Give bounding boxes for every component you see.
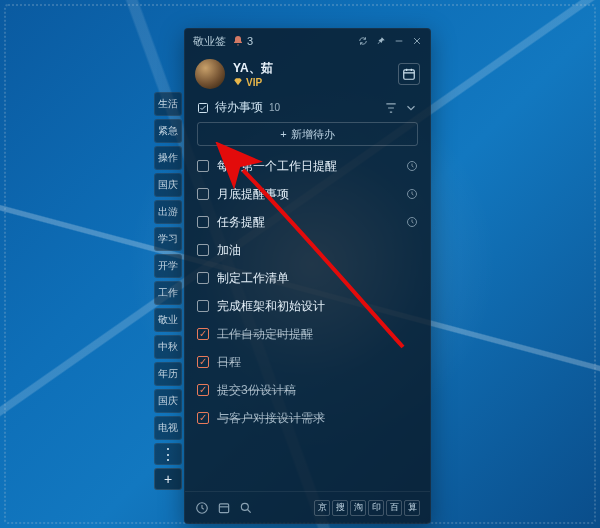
- user-name: YA、茹: [233, 61, 273, 75]
- quick-link[interactable]: 印: [368, 500, 384, 516]
- sidebar-add[interactable]: +: [154, 468, 182, 490]
- minimize-icon[interactable]: [394, 36, 404, 46]
- clock-icon: [406, 188, 418, 200]
- sidebar-tag[interactable]: 生活: [154, 92, 182, 116]
- svg-rect-0: [396, 41, 403, 42]
- title-bar: 敬业签 3: [185, 29, 430, 53]
- calendar-button[interactable]: [398, 63, 420, 85]
- app-window: 敬业签 3 YA、茹 VIP 待办事项 10: [184, 28, 431, 524]
- task-checkbox[interactable]: [197, 160, 209, 172]
- svg-rect-1: [404, 70, 415, 79]
- task-row[interactable]: 每月第一个工作日提醒: [193, 152, 422, 180]
- quick-links: 京搜淘印百算: [314, 500, 420, 516]
- checklist-icon: [197, 102, 209, 114]
- task-checkbox[interactable]: [197, 300, 209, 312]
- filter-icon[interactable]: [384, 101, 398, 115]
- quick-link[interactable]: 搜: [332, 500, 348, 516]
- notification-indicator[interactable]: 3: [232, 35, 253, 47]
- task-row[interactable]: 提交3份设计稿: [193, 376, 422, 404]
- sidebar-tag[interactable]: 国庆: [154, 389, 182, 413]
- sidebar-tag[interactable]: 工作: [154, 281, 182, 305]
- close-icon[interactable]: [412, 36, 422, 46]
- app-title: 敬业签: [193, 34, 226, 49]
- footer-bar: 京搜淘印百算: [185, 491, 430, 523]
- plus-icon: +: [280, 128, 286, 140]
- sidebar-tag[interactable]: 电视: [154, 416, 182, 440]
- task-checkbox[interactable]: [197, 356, 209, 368]
- sync-icon[interactable]: [358, 36, 368, 46]
- calendar-icon: [402, 67, 416, 81]
- sidebar-tag[interactable]: 操作: [154, 146, 182, 170]
- section-count: 10: [269, 102, 280, 113]
- task-label: 制定工作清单: [217, 270, 418, 287]
- history-icon[interactable]: [195, 501, 209, 515]
- task-label: 与客户对接设计需求: [217, 410, 418, 427]
- quick-link[interactable]: 算: [404, 500, 420, 516]
- avatar[interactable]: [195, 59, 225, 89]
- task-row[interactable]: 完成框架和初始设计: [193, 292, 422, 320]
- pin-icon[interactable]: [376, 36, 386, 46]
- task-label: 完成框架和初始设计: [217, 298, 418, 315]
- sidebar-tag[interactable]: 中秋: [154, 335, 182, 359]
- task-checkbox[interactable]: [197, 412, 209, 424]
- task-row[interactable]: 与客户对接设计需求: [193, 404, 422, 432]
- task-checkbox[interactable]: [197, 188, 209, 200]
- sidebar-tag[interactable]: 年历: [154, 362, 182, 386]
- expand-icon[interactable]: [404, 101, 418, 115]
- task-checkbox[interactable]: [197, 328, 209, 340]
- bell-icon: [232, 35, 244, 47]
- clock-icon: [406, 216, 418, 228]
- task-checkbox[interactable]: [197, 216, 209, 228]
- quick-link[interactable]: 京: [314, 500, 330, 516]
- sidebar-tag[interactable]: 国庆: [154, 173, 182, 197]
- sidebar-tag[interactable]: 学习: [154, 227, 182, 251]
- category-sidebar: 生活紧急操作国庆出游学习开学工作敬业中秋年历国庆电视⋮+: [154, 92, 182, 490]
- svg-rect-7: [219, 503, 228, 512]
- add-todo-button[interactable]: + 新增待办: [197, 122, 418, 146]
- task-label: 每月第一个工作日提醒: [217, 158, 398, 175]
- sidebar-more[interactable]: ⋮: [154, 443, 182, 465]
- sidebar-tag[interactable]: 敬业: [154, 308, 182, 332]
- task-row[interactable]: 月底提醒事项: [193, 180, 422, 208]
- task-label: 提交3份设计稿: [217, 382, 418, 399]
- calendar-small-icon[interactable]: [217, 501, 231, 515]
- task-label: 加油: [217, 242, 418, 259]
- sidebar-tag[interactable]: 紧急: [154, 119, 182, 143]
- task-label: 任务提醒: [217, 214, 398, 231]
- task-row[interactable]: 制定工作清单: [193, 264, 422, 292]
- quick-link[interactable]: 百: [386, 500, 402, 516]
- task-row[interactable]: 工作自动定时提醒: [193, 320, 422, 348]
- clock-icon: [406, 160, 418, 172]
- section-header: 待办事项 10: [185, 95, 430, 118]
- sidebar-tag[interactable]: 开学: [154, 254, 182, 278]
- task-checkbox[interactable]: [197, 384, 209, 396]
- task-label: 月底提醒事项: [217, 186, 398, 203]
- notification-count: 3: [247, 35, 253, 47]
- task-label: 日程: [217, 354, 418, 371]
- task-list: 每月第一个工作日提醒月底提醒事项任务提醒加油制定工作清单完成框架和初始设计工作自…: [185, 152, 430, 491]
- vip-badge: VIP: [233, 77, 273, 88]
- search-icon[interactable]: [239, 501, 253, 515]
- task-checkbox[interactable]: [197, 272, 209, 284]
- task-row[interactable]: 日程: [193, 348, 422, 376]
- task-label: 工作自动定时提醒: [217, 326, 418, 343]
- sidebar-tag[interactable]: 出游: [154, 200, 182, 224]
- svg-point-8: [241, 503, 248, 510]
- user-row: YA、茹 VIP: [185, 53, 430, 95]
- diamond-icon: [233, 77, 243, 87]
- task-checkbox[interactable]: [197, 244, 209, 256]
- task-row[interactable]: 加油: [193, 236, 422, 264]
- task-row[interactable]: 任务提醒: [193, 208, 422, 236]
- section-title: 待办事项: [215, 99, 263, 116]
- quick-link[interactable]: 淘: [350, 500, 366, 516]
